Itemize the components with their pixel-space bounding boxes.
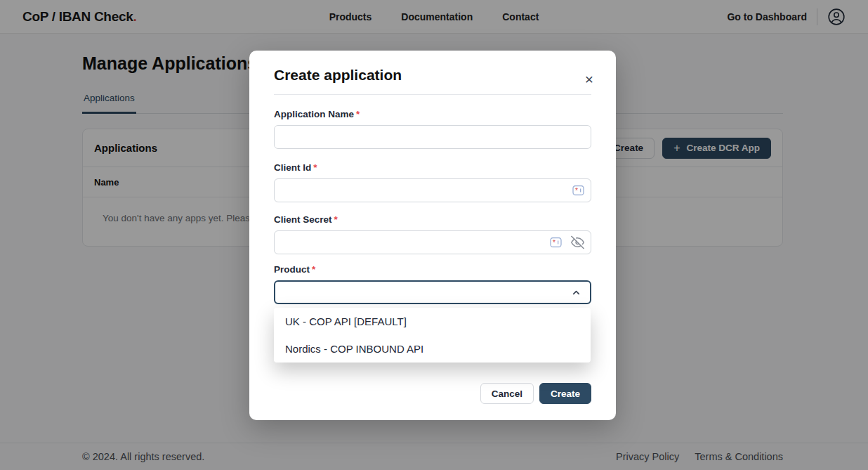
product-label-text: Product	[274, 264, 310, 275]
application-name-input-wrap	[274, 125, 591, 149]
chevron-up-icon	[571, 287, 581, 298]
product-field: Product* UK - COP API [DEFAULT] Nordics …	[274, 264, 591, 304]
close-icon[interactable]: ×	[582, 69, 596, 89]
create-application-modal: Create application × Application Name* C…	[249, 51, 616, 420]
client-id-input-icons: *	[572, 185, 584, 196]
required-asterisk: *	[334, 214, 338, 225]
product-options-dropdown: UK - COP API [DEFAULT] Nordics - COP INB…	[274, 308, 591, 363]
autofill-badge-icon[interactable]: *	[550, 237, 562, 248]
client-secret-field: Client Secret* *	[274, 214, 591, 254]
client-id-input[interactable]	[274, 178, 591, 202]
client-id-label: Client Id*	[274, 162, 591, 173]
client-secret-label: Client Secret*	[274, 214, 591, 225]
toggle-secret-visibility-eye-off-icon[interactable]	[571, 236, 584, 249]
client-secret-input-wrap: *	[274, 230, 591, 254]
required-asterisk: *	[313, 162, 317, 173]
svg-text:*: *	[575, 187, 578, 195]
cancel-button[interactable]: Cancel	[480, 383, 534, 404]
required-asterisk: *	[312, 264, 315, 275]
product-select-wrap: UK - COP API [DEFAULT] Nordics - COP INB…	[274, 280, 591, 304]
autofill-badge-icon[interactable]: *	[572, 185, 584, 196]
product-select[interactable]	[274, 280, 591, 304]
application-name-label-text: Application Name	[274, 109, 354, 119]
product-option-uk-cop-api[interactable]: UK - COP API [DEFAULT]	[274, 308, 591, 335]
modal-divider	[274, 94, 591, 95]
client-id-field: Client Id* *	[274, 162, 591, 202]
client-id-label-text: Client Id	[274, 162, 311, 173]
svg-text:*: *	[553, 239, 555, 247]
modal-title: Create application	[274, 51, 591, 84]
product-option-nordics-cop-inbound-api[interactable]: Nordics - COP INBOUND API	[274, 335, 591, 363]
application-name-input[interactable]	[274, 125, 591, 149]
product-label: Product*	[274, 264, 591, 275]
required-asterisk: *	[356, 109, 360, 119]
modal-create-button[interactable]: Create	[539, 383, 591, 404]
modal-actions: Cancel Create	[480, 383, 591, 404]
client-secret-input-icons: *	[550, 236, 584, 249]
client-secret-input[interactable]	[274, 230, 591, 254]
client-id-input-wrap: *	[274, 178, 591, 202]
client-secret-label-text: Client Secret	[274, 214, 332, 225]
application-name-label: Application Name*	[274, 109, 591, 119]
application-name-field: Application Name*	[274, 109, 591, 149]
